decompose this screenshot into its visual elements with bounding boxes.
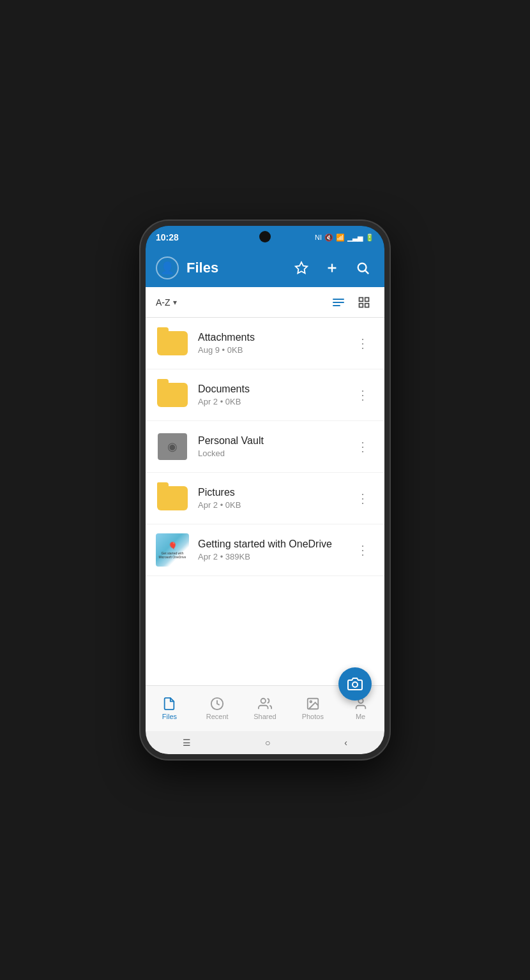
folder-icon-wrap	[156, 378, 189, 412]
more-options-button[interactable]: ⋮	[351, 487, 374, 510]
file-thumbnail: 🎈 Get started withMicrosoft OneDrive	[156, 533, 189, 567]
file-meta: Locked	[198, 449, 351, 458]
photos-tab-label: Photos	[302, 713, 324, 720]
android-nav-bar: ☰ ○ ‹	[146, 731, 384, 754]
avatar-button[interactable]: 👤	[156, 256, 179, 279]
tab-files[interactable]: Files	[146, 686, 193, 731]
file-info: Documents Apr 2 • 0KB	[198, 383, 351, 406]
svg-point-3	[358, 264, 367, 272]
wifi-icon: 📶	[336, 234, 345, 242]
file-info: Pictures Apr 2 • 0KB	[198, 487, 351, 510]
grid-view-button[interactable]	[354, 292, 374, 313]
file-meta: Apr 2 • 0KB	[198, 397, 351, 406]
user-icon: 👤	[160, 261, 174, 275]
android-back-button[interactable]: ‹	[344, 738, 347, 748]
file-meta: Apr 2 • 0KB	[198, 500, 351, 510]
file-info: Personal Vault Locked	[198, 435, 351, 458]
folder-icon	[157, 383, 188, 407]
file-info: Attachments Aug 9 • 0KB	[198, 332, 351, 355]
file-list: Attachments Aug 9 • 0KB ⋮ Documents Apr …	[146, 318, 384, 685]
vault-icon-wrap	[156, 430, 189, 463]
list-item[interactable]: Personal Vault Locked ⋮	[146, 421, 384, 473]
camera-notch	[259, 231, 271, 242]
svg-point-13	[310, 701, 312, 702]
folder-icon	[157, 331, 188, 355]
toolbar: A-Z ▾	[146, 287, 384, 318]
folder-icon-wrap	[156, 482, 189, 515]
top-nav: 👤 Files	[146, 249, 384, 287]
tab-recent[interactable]: Recent	[193, 686, 241, 731]
battery-icon: 🔋	[365, 234, 374, 242]
shared-tab-label: Shared	[254, 713, 276, 720]
svg-rect-5	[360, 297, 363, 301]
add-button[interactable]	[321, 256, 344, 279]
recent-tab-label: Recent	[206, 713, 229, 720]
list-item[interactable]: Pictures Apr 2 • 0KB ⋮	[146, 473, 384, 524]
file-name: Pictures	[198, 487, 351, 498]
nfc-icon: NI	[315, 234, 322, 241]
android-home-button[interactable]: ○	[265, 738, 270, 748]
folder-icon-wrap	[156, 327, 189, 360]
svg-point-11	[261, 699, 266, 703]
more-options-button[interactable]: ⋮	[351, 538, 374, 561]
list-item[interactable]: Attachments Aug 9 • 0KB ⋮	[146, 318, 384, 369]
files-tab-icon	[162, 697, 176, 711]
photos-tab-icon	[306, 697, 320, 711]
phone-frame: 10:28 NI 🔇 📶 ▁▃▅ 🔋 👤 Files	[140, 221, 390, 759]
status-time: 10:28	[156, 232, 179, 242]
list-view-icon	[333, 299, 344, 306]
svg-point-9	[352, 682, 358, 687]
sort-label: A-Z	[156, 297, 170, 308]
vault-icon	[158, 433, 187, 460]
file-meta: Apr 2 • 389KB	[198, 552, 351, 561]
search-button[interactable]	[351, 256, 374, 279]
list-item[interactable]: Documents Apr 2 • 0KB ⋮	[146, 369, 384, 421]
svg-marker-0	[296, 262, 307, 273]
more-options-button[interactable]: ⋮	[351, 435, 374, 458]
file-name: Personal Vault	[198, 435, 351, 447]
android-recent-button[interactable]: ☰	[183, 738, 191, 748]
file-name: Getting started with OneDrive	[198, 538, 351, 550]
file-thumbnail-wrap: 🎈 Get started withMicrosoft OneDrive	[156, 533, 189, 567]
more-options-button[interactable]: ⋮	[351, 332, 374, 355]
tab-shared[interactable]: Shared	[241, 686, 289, 731]
camera-icon	[347, 676, 363, 692]
folder-icon	[157, 486, 188, 510]
svg-rect-6	[365, 297, 369, 301]
tab-photos[interactable]: Photos	[289, 686, 337, 731]
camera-fab-button[interactable]	[338, 667, 372, 701]
status-icons: NI 🔇 📶 ▁▃▅ 🔋	[315, 234, 374, 242]
recent-tab-icon	[210, 697, 224, 711]
list-view-button[interactable]	[328, 292, 349, 313]
svg-line-4	[365, 271, 368, 274]
upgrade-button[interactable]	[290, 256, 313, 279]
mute-icon: 🔇	[324, 234, 333, 242]
file-name: Documents	[198, 383, 351, 395]
svg-rect-7	[360, 303, 363, 307]
files-tab-label: Files	[162, 713, 177, 720]
svg-rect-8	[365, 303, 369, 307]
app-title: Files	[186, 260, 282, 276]
me-tab-label: Me	[356, 713, 365, 720]
file-meta: Aug 9 • 0KB	[198, 345, 351, 355]
sort-chevron-icon: ▾	[173, 298, 177, 307]
sort-button[interactable]: A-Z ▾	[156, 297, 177, 308]
more-options-button[interactable]: ⋮	[351, 383, 374, 406]
list-item[interactable]: 🎈 Get started withMicrosoft OneDrive Get…	[146, 524, 384, 576]
file-name: Attachments	[198, 332, 351, 343]
file-info: Getting started with OneDrive Apr 2 • 38…	[198, 538, 351, 561]
shared-tab-icon	[258, 697, 272, 711]
signal-icon: ▁▃▅	[347, 234, 363, 242]
